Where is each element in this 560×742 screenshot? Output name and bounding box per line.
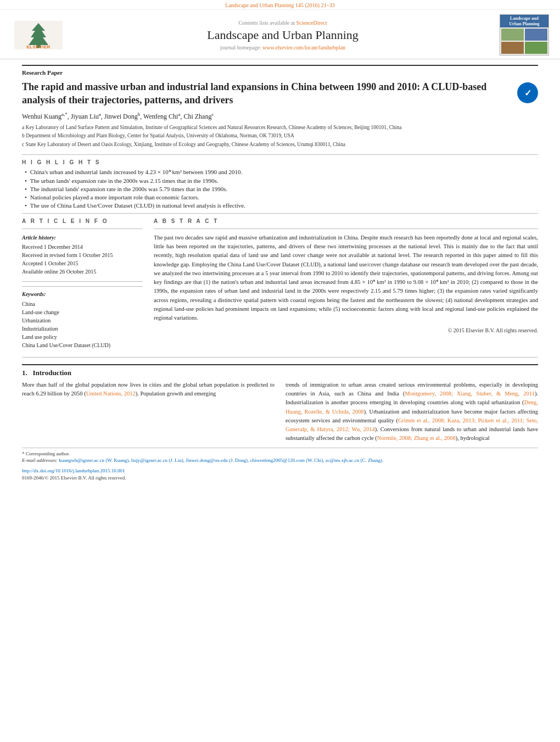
highlight-item: National policies played a more importan…: [25, 194, 538, 200]
cite-grimm: Grimm et al., 2008; Kaza, 2013; Pickett …: [285, 417, 538, 432]
authors-line: Wenhui Kuanga,*, Jiyuan Liua, Jinwei Don…: [22, 111, 538, 121]
email-values: kuangwh@igsnrr.ac.cn (W. Kuang), liujy@i…: [59, 458, 383, 463]
copyright-line: © 2015 Elsevier B.V. All rights reserved…: [154, 327, 538, 333]
highlights-list: China's urban and industrial lands incre…: [22, 169, 538, 209]
author-kuang: Wenhui Kuanga,*: [22, 113, 68, 120]
thumb-img-4: [525, 42, 547, 54]
sciencedirect-line: Contents lists available at ScienceDirec…: [77, 20, 489, 26]
keyword-2: Land-use change: [22, 308, 143, 316]
abstract-header: A B S T R A C T: [154, 218, 538, 224]
crossmark-icon: ✓: [524, 88, 531, 98]
author-dong: Jinwei Dongb: [104, 113, 141, 120]
divider-4: [22, 281, 143, 282]
sciencedirect-prefix: Contents lists available at: [238, 20, 296, 26]
journal-header: ELSEVIER Contents lists available at Sci…: [0, 10, 560, 59]
homepage-prefix: journal homepage:: [220, 44, 262, 51]
sciencedirect-link-text[interactable]: ScienceDirect: [296, 20, 327, 26]
keyword-5: Land use policy: [22, 333, 143, 341]
cite-united-nations: United Nations, 2012: [86, 390, 136, 397]
elsevier-logo-svg: ELSEVIER: [14, 21, 63, 49]
intro-col-right: trends of immigration to urban areas cre…: [285, 381, 538, 443]
intro-col-left: More than half of the global population …: [22, 381, 275, 443]
intro-body-cols: More than half of the global population …: [22, 381, 538, 443]
divider-1: [22, 154, 538, 155]
abstract-text: The past two decades saw rapid and massi…: [154, 233, 538, 323]
doi-line: http://dx.doi.org/10.1016/j.landurbplan.…: [22, 467, 538, 475]
highlight-item: The use of China Land Use/Cover Dataset …: [25, 202, 538, 209]
affiliation-a: a Key Laboratory of Land Surface Pattern…: [22, 124, 538, 132]
intro-col1-text: More than half of the global population …: [22, 381, 275, 399]
homepage-line: journal homepage: www.elsevier.com/locat…: [77, 44, 489, 51]
elsevier-logo: ELSEVIER: [11, 19, 66, 52]
received-date: Received 1 December 2014: [22, 243, 143, 251]
affiliation-b: b Department of Microbiology and Plant B…: [22, 132, 538, 140]
journal-title: Landscape and Urban Planning: [77, 28, 489, 42]
journal-ref-text: Landscape and Urban Planning 145 (2016) …: [225, 2, 334, 8]
introduction-section: 1. Introduction More than half of the gl…: [22, 364, 538, 443]
keyword-3: Urbanization: [22, 316, 143, 325]
revised-date: Received in revised form 1 October 2015: [22, 251, 143, 259]
cite-normile: Normile, 2008; Zhang et al., 2008: [377, 435, 456, 441]
thumb-img-1: [501, 29, 524, 41]
highlights-header: H I G H L I G H T S: [22, 159, 538, 165]
thumb-img-2: [525, 29, 547, 41]
journal-thumbnail: Landscape and Urban Planning: [500, 14, 549, 55]
keyword-1: China: [22, 300, 143, 308]
thumb-images: [500, 27, 548, 55]
svg-text:ELSEVIER: ELSEVIER: [26, 44, 51, 49]
email-note: E-mail addresses: kuangwh@igsnrr.ac.cn (…: [22, 457, 538, 464]
affiliations: a Key Laboratory of Land Surface Pattern…: [22, 124, 538, 149]
history-title: Article history:: [22, 233, 143, 242]
keyword-6: China Land Use/Cover Dataset (CLUD): [22, 341, 143, 349]
section-title: 1. Introduction: [22, 369, 538, 377]
footnote-area: * Corresponding author. E-mail addresses…: [22, 448, 538, 481]
email-label: E-mail addresses:: [22, 458, 58, 463]
intro-col2-text: trends of immigration to urban areas cre…: [285, 381, 538, 443]
highlight-item: The industrial lands' expansion rate in …: [25, 186, 538, 192]
thumb-img-3: [501, 42, 524, 54]
cite-deng: Deng, Huang, Rozelle, & Uchida, 2008: [285, 399, 538, 414]
crossmark-badge: ✓: [517, 82, 538, 103]
keyword-4: Industrialization: [22, 325, 143, 333]
issn-line: 0169-2046/© 2015 Elsevier B.V. All right…: [22, 475, 538, 482]
article-history: Article history: Received 1 December 201…: [22, 233, 143, 276]
author-liu: Jiyuan Liua: [71, 113, 101, 120]
divider-3: [22, 228, 143, 229]
divider-5: [154, 228, 538, 229]
abstract-col: A B S T R A C T The past two decades saw…: [154, 218, 538, 349]
article-title: The rapid and massive urban and industri…: [22, 80, 517, 107]
journal-center: Contents lists available at ScienceDirec…: [66, 20, 500, 51]
keywords-title: Keywords:: [22, 290, 143, 298]
homepage-link-text[interactable]: www.elsevier.com/locate/landurbplan: [262, 44, 345, 51]
journal-ref-line: Landscape and Urban Planning 145 (2016) …: [0, 0, 560, 10]
divider-2: [22, 213, 538, 214]
section-type-label: Research Paper: [22, 65, 538, 76]
accepted-date: Accepted 1 October 2015: [22, 259, 143, 267]
divider-6: [22, 357, 538, 358]
page: Landscape and Urban Planning 145 (2016) …: [0, 0, 560, 742]
article-info-header: A R T I C L E I N F O: [22, 218, 143, 224]
available-date: Available online 26 October 2015: [22, 267, 143, 276]
highlight-item: The urban lands' expansion rate in the 2…: [25, 177, 538, 184]
author-zhang: Chi Zhangc: [183, 113, 214, 120]
cite-montgomery: Montgomery, 2008; Xiang, Stuber, & Meng,…: [405, 390, 535, 397]
highlight-item: China's urban and industrial lands incre…: [25, 169, 538, 176]
article-title-row: The rapid and massive urban and industri…: [22, 80, 538, 107]
affiliation-c: c State Key Laboratory of Desert and Oas…: [22, 141, 538, 149]
author-chi: Wenfeng Chia: [143, 113, 180, 120]
keywords-section: Keywords: China Land-use change Urbaniza…: [22, 286, 143, 349]
thumb-title: Landscape and Urban Planning: [500, 15, 548, 27]
corresponding-note: * Corresponding author.: [22, 450, 538, 458]
article-info-col: A R T I C L E I N F O Article history: R…: [22, 218, 143, 349]
article-info-abstract-row: A R T I C L E I N F O Article history: R…: [22, 218, 538, 349]
main-content: Research Paper The rapid and massive urb…: [0, 59, 560, 487]
